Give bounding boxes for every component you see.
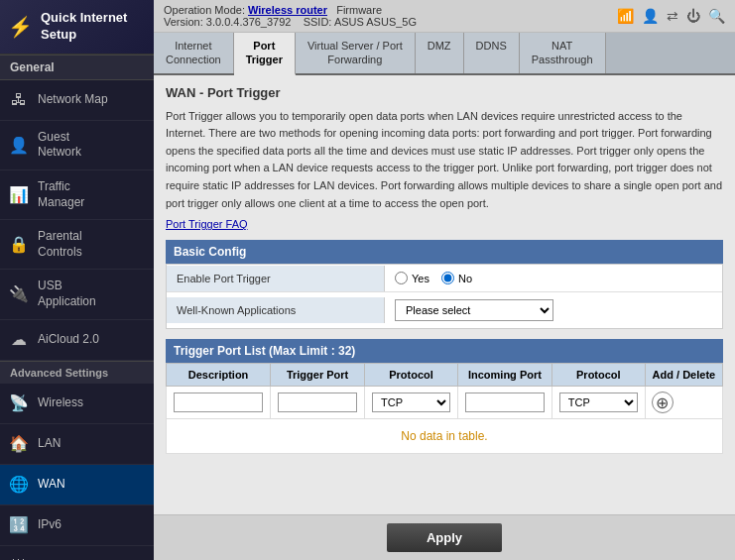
no-data-row: No data in table. — [167, 419, 723, 454]
enable-port-trigger-row: Enable Port Trigger Yes No — [167, 265, 722, 292]
sidebar-item-traffic-manager-label: Traffic Manager — [38, 179, 84, 210]
well-known-apps-select[interactable]: Please select — [395, 299, 553, 321]
well-known-apps-label: Well-Known Applications — [167, 297, 385, 323]
trigger-port-list-section: Trigger Port List (Max Limit : 32) Descr… — [166, 339, 723, 454]
page-description: Port Trigger allows you to temporarily o… — [166, 108, 723, 213]
search-icon-top[interactable]: 🔍 — [708, 8, 725, 24]
description-input[interactable] — [174, 392, 263, 412]
enable-yes-radio[interactable] — [395, 272, 408, 284]
sidebar-item-traffic-manager[interactable]: 📊 Traffic Manager — [0, 170, 154, 220]
sidebar-item-network-map[interactable]: 🖧 Network Map — [0, 80, 154, 121]
sidebar-item-aicloud-label: AiCloud 2.0 — [38, 332, 99, 348]
sidebar-item-guest-network-label: Guest Network — [38, 130, 81, 161]
sidebar-item-usb-application[interactable]: 🔌 USB Application — [0, 270, 154, 319]
wan-icon: 🌐 — [8, 474, 30, 496]
incoming-port-input[interactable] — [465, 392, 545, 412]
sidebar-item-network-map-label: Network Map — [38, 92, 108, 108]
tab-virtual-server-label: Virtual Server / Port Forwarding — [307, 40, 403, 65]
tab-nat-passthrough[interactable]: NAT Passthrough — [520, 33, 606, 73]
faq-link[interactable]: Port Trigger FAQ — [166, 218, 723, 230]
power-icon[interactable]: ⏻ — [686, 8, 700, 24]
add-delete-cell: ⊕ — [645, 387, 722, 419]
col-protocol: Protocol — [365, 364, 458, 387]
operation-mode-value[interactable]: Wireless router — [248, 4, 327, 16]
ssid-value: ASUS ASUS_5G — [334, 16, 417, 28]
sidebar-item-wireless-label: Wireless — [38, 395, 83, 411]
quick-setup-icon: ⚡ — [8, 15, 33, 39]
ipv6-icon: 🔢 — [8, 514, 30, 536]
sidebar-quick-setup[interactable]: ⚡ Quick Internet Setup — [0, 0, 154, 55]
tab-port-trigger[interactable]: Port Trigger — [234, 33, 296, 75]
sidebar-item-parental-controls[interactable]: 🔒 Parental Controls — [0, 220, 154, 270]
apply-button[interactable]: Apply — [387, 523, 502, 552]
trigger-port-cell — [271, 387, 365, 419]
incoming-protocol-select[interactable]: TCP UDP TCP/UDP — [559, 392, 638, 412]
version-value: 3.0.0.4.376_3792 — [206, 16, 292, 28]
sidebar-item-wireless[interactable]: 📡 Wireless — [0, 384, 154, 424]
tab-internet-connection[interactable]: Internet Connection — [154, 33, 234, 73]
sidebar-item-aicloud[interactable]: ☁ AiCloud 2.0 — [0, 320, 154, 361]
trigger-list-header: Trigger Port List (Max Limit : 32) — [166, 339, 723, 363]
tab-ddns-label: DDNS — [476, 40, 507, 52]
quick-setup-label: Quick Internet Setup — [41, 10, 127, 44]
wireless-icon: 📡 — [8, 392, 30, 414]
sidebar-item-wan[interactable]: 🌐 WAN — [0, 465, 154, 505]
version-label: Version: — [164, 16, 203, 28]
topbar-icons: 📶 👤 ⇄ ⏻ 🔍 — [617, 8, 725, 24]
user-icon[interactable]: 👤 — [642, 8, 659, 24]
aicloud-icon: ☁ — [8, 329, 30, 351]
sidebar-item-ipv6-label: IPv6 — [38, 517, 61, 533]
guest-network-icon: 👤 — [8, 134, 30, 156]
topbar-info: Operation Mode: Wireless router Firmware… — [164, 4, 417, 28]
sidebar-item-firewall[interactable]: 🛡 Firewall — [0, 546, 154, 560]
advanced-section-title: Advanced Settings — [0, 361, 154, 384]
no-data-message: No data in table. — [167, 419, 723, 454]
col-add-delete: Add / Delete — [645, 364, 722, 387]
description-cell — [167, 387, 271, 419]
ssid-label: SSID: — [304, 16, 332, 28]
enable-radio-group: Yes No — [395, 272, 712, 284]
tab-dmz[interactable]: DMZ — [416, 33, 464, 73]
sidebar-item-guest-network[interactable]: 👤 Guest Network — [0, 121, 154, 170]
transfer-icon[interactable]: ⇄ — [667, 8, 678, 24]
enable-port-trigger-value: Yes No — [385, 265, 722, 291]
trigger-port-input[interactable] — [278, 392, 357, 412]
network-map-icon: 🖧 — [8, 89, 30, 111]
basic-config-table: Enable Port Trigger Yes No W — [166, 264, 723, 329]
tab-virtual-server[interactable]: Virtual Server / Port Forwarding — [296, 33, 416, 73]
firmware-label: Firmware — [336, 4, 382, 16]
enable-yes-option[interactable]: Yes — [395, 272, 429, 284]
traffic-manager-icon: 📊 — [8, 184, 30, 206]
enable-no-radio[interactable] — [441, 272, 454, 284]
usb-application-icon: 🔌 — [8, 283, 30, 305]
parental-controls-icon: 🔒 — [8, 234, 30, 256]
trigger-protocol-select[interactable]: TCP UDP TCP/UDP — [372, 392, 450, 412]
sidebar-item-lan-label: LAN — [38, 436, 61, 452]
firewall-icon: 🛡 — [8, 555, 30, 560]
signal-icon[interactable]: 📶 — [617, 8, 634, 24]
tab-bar: Internet Connection Port Trigger Virtual… — [154, 33, 735, 75]
incoming-protocol-cell: TCP UDP TCP/UDP — [551, 387, 645, 419]
well-known-apps-row: Well-Known Applications Please select — [167, 292, 722, 328]
tab-internet-connection-label: Internet Connection — [166, 40, 221, 65]
enable-no-option[interactable]: No — [441, 272, 472, 284]
main-content: Operation Mode: Wireless router Firmware… — [154, 0, 735, 560]
add-button[interactable]: ⊕ — [652, 392, 674, 413]
topbar: Operation Mode: Wireless router Firmware… — [154, 0, 735, 33]
content-area: WAN - Port Trigger Port Trigger allows y… — [154, 75, 735, 514]
trigger-port-table: Description Trigger Port Protocol Incomi… — [166, 363, 723, 454]
enable-no-label: No — [458, 273, 472, 284]
col-incoming-port: Incoming Port — [457, 364, 551, 387]
tab-port-trigger-label: Port Trigger — [246, 40, 283, 65]
tab-ddns[interactable]: DDNS — [464, 33, 520, 73]
tab-nat-passthrough-label: NAT Passthrough — [532, 40, 593, 65]
sidebar-item-ipv6[interactable]: 🔢 IPv6 — [0, 505, 154, 546]
general-section-title: General — [0, 55, 154, 80]
col-description: Description — [167, 364, 271, 387]
sidebar-item-lan[interactable]: 🏠 LAN — [0, 424, 154, 465]
input-row: TCP UDP TCP/UDP TCP UDP — [167, 387, 723, 419]
incoming-port-cell — [457, 387, 551, 419]
operation-mode-label: Operation Mode: — [164, 4, 245, 16]
sidebar-item-usb-application-label: USB Application — [38, 279, 96, 309]
sidebar: ⚡ Quick Internet Setup General 🖧 Network… — [0, 0, 154, 560]
